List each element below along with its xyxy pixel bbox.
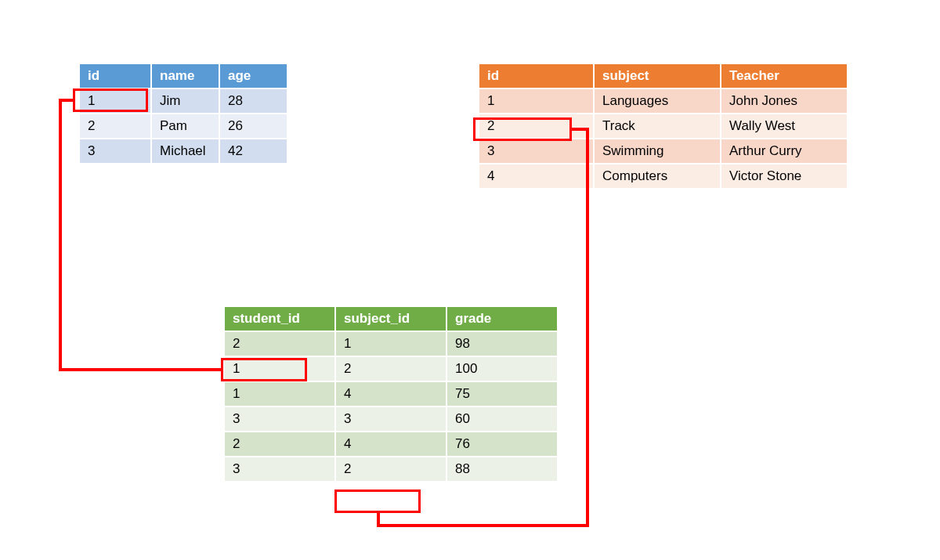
table-row: 2 Pam 26 [80, 114, 287, 138]
table-row: 4 Computers Victor Stone [479, 164, 847, 188]
cell-age: 26 [220, 114, 287, 138]
cell-grade: 75 [447, 382, 557, 406]
cell-subject-id: 3 [336, 407, 446, 431]
cell-id: 3 [479, 139, 593, 163]
cell-id: 2 [80, 114, 150, 138]
table-row: 2 4 76 [225, 432, 557, 456]
cell-id: 3 [80, 139, 150, 163]
table-row: 2 1 98 [225, 332, 557, 356]
cell-teacher: Victor Stone [721, 164, 847, 188]
cell-subject: Swimming [595, 139, 720, 163]
cell-student-id: 2 [225, 432, 334, 456]
cell-age: 28 [220, 89, 287, 113]
table-row: 1 Languages John Jones [479, 89, 847, 113]
cell-id: 1 [479, 89, 593, 113]
table-header-row: student_id subject_id grade [225, 307, 557, 331]
table-row: 1 4 75 [225, 382, 557, 406]
header-age: age [220, 64, 287, 88]
cell-subject: Track [595, 114, 720, 138]
cell-student-id: 1 [225, 382, 334, 406]
cell-name: Michael [152, 139, 219, 163]
cell-teacher: Arthur Curry [721, 139, 847, 163]
header-grade: grade [447, 307, 557, 331]
table-row: 3 2 88 [225, 457, 557, 481]
table-row: 2 Track Wally West [479, 114, 847, 138]
cell-teacher: John Jones [721, 89, 847, 113]
header-subject-id: subject_id [336, 307, 446, 331]
cell-student-id: 1 [225, 357, 334, 381]
header-student-id: student_id [225, 307, 334, 331]
cell-id: 2 [479, 114, 593, 138]
cell-subject-id: 1 [336, 332, 446, 356]
cell-grade: 88 [447, 457, 557, 481]
table-header-row: id subject Teacher [479, 64, 847, 88]
table-row: 3 Swimming Arthur Curry [479, 139, 847, 163]
header-id: id [479, 64, 593, 88]
cell-subject-id: 4 [336, 432, 446, 456]
cell-subject: Languages [595, 89, 720, 113]
cell-id: 1 [80, 89, 150, 113]
cell-grade: 98 [447, 332, 557, 356]
cell-subject-id: 4 [336, 382, 446, 406]
cell-grade: 100 [447, 357, 557, 381]
cell-age: 42 [220, 139, 287, 163]
cell-subject-id: 2 [336, 357, 446, 381]
cell-teacher: Wally West [721, 114, 847, 138]
highlight-grades-subject-id-2 [334, 490, 421, 513]
cell-grade: 60 [447, 407, 557, 431]
students-table: id name age 1 Jim 28 2 Pam 26 3 Michael … [78, 63, 288, 164]
cell-name: Pam [152, 114, 219, 138]
header-teacher: Teacher [721, 64, 847, 88]
table-row: 3 3 60 [225, 407, 557, 431]
cell-student-id: 3 [225, 407, 334, 431]
cell-name: Jim [152, 89, 219, 113]
subjects-table: id subject Teacher 1 Languages John Jone… [478, 63, 848, 190]
table-row: 1 Jim 28 [80, 89, 287, 113]
table-row: 3 Michael 42 [80, 139, 287, 163]
header-name: name [152, 64, 219, 88]
header-id: id [80, 64, 150, 88]
grades-table: student_id subject_id grade 2 1 98 1 2 1… [223, 305, 559, 482]
cell-subject: Computers [595, 164, 720, 188]
cell-student-id: 2 [225, 332, 334, 356]
cell-subject-id: 2 [336, 457, 446, 481]
table-header-row: id name age [80, 64, 287, 88]
cell-id: 4 [479, 164, 593, 188]
header-subject: subject [595, 64, 720, 88]
cell-grade: 76 [447, 432, 557, 456]
table-row: 1 2 100 [225, 357, 557, 381]
cell-student-id: 3 [225, 457, 334, 481]
